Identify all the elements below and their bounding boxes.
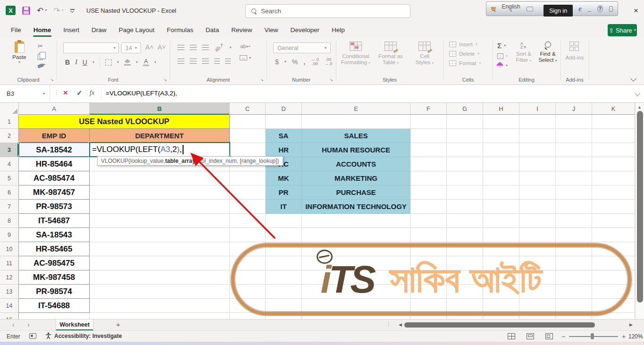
column-header-D[interactable]: D: [266, 103, 302, 115]
fill-button[interactable]: ↓▾: [497, 53, 508, 59]
conditional-formatting-button[interactable]: ConditionalFormatting ▾: [339, 42, 373, 66]
sheet-nav-left-icon[interactable]: ‹: [12, 321, 15, 328]
zoom-in-icon[interactable]: +: [622, 333, 626, 340]
cell-J2[interactable]: [556, 129, 592, 143]
cell-J9[interactable]: [556, 228, 592, 242]
cell-E6[interactable]: PURCHASE: [302, 185, 410, 200]
column-header-C[interactable]: C: [230, 103, 266, 115]
cell-K4[interactable]: [592, 157, 635, 171]
zoom-out-icon[interactable]: −: [561, 333, 565, 340]
column-header-J[interactable]: J: [556, 103, 592, 115]
cell-F9[interactable]: [410, 228, 447, 242]
wrap-text-icon[interactable]: ab↩: [240, 43, 250, 50]
select-all-corner[interactable]: [0, 103, 19, 115]
row-header-13[interactable]: 13: [0, 285, 19, 299]
cell-E1[interactable]: [302, 115, 410, 129]
cell-A12[interactable]: MK-987458: [19, 270, 90, 285]
cell-B11[interactable]: [90, 256, 230, 270]
tab-page-layout[interactable]: Page Layout: [113, 22, 161, 38]
active-cell-editor-B3[interactable]: =VLOOKUP(LEFT(A3,2),: [89, 142, 230, 157]
cell-I6[interactable]: [519, 185, 556, 200]
cell-A10[interactable]: HR-85465: [19, 242, 90, 256]
cell-J4[interactable]: [556, 157, 592, 171]
align-center-icon[interactable]: [190, 59, 197, 64]
cell-F2[interactable]: [410, 129, 447, 143]
cell-J8[interactable]: [556, 214, 592, 228]
row-header-10[interactable]: 10: [0, 242, 19, 256]
column-header-K[interactable]: K: [592, 103, 635, 115]
cell-E4[interactable]: ACCOUNTS: [302, 157, 410, 171]
cell-K1[interactable]: [592, 115, 635, 129]
cell-B12[interactable]: [90, 270, 230, 285]
namebox-resize-handle[interactable]: ⋮: [53, 89, 60, 96]
cell-E8[interactable]: [302, 214, 410, 228]
enter-icon[interactable]: ✓: [76, 89, 83, 97]
cell-F3[interactable]: [410, 143, 447, 157]
cell-I2[interactable]: [519, 129, 556, 143]
help-icon[interactable]: ?: [597, 5, 603, 12]
cell-H9[interactable]: [483, 228, 519, 242]
currency-icon[interactable]: $: [275, 58, 279, 66]
column-header-A[interactable]: A: [19, 103, 90, 115]
align-right-icon[interactable]: [202, 59, 209, 64]
tab-insert[interactable]: Insert: [57, 22, 85, 38]
delete-cells-button[interactable]: Delete▾: [449, 51, 481, 57]
keyboard-icon[interactable]: [527, 7, 533, 11]
cell-G8[interactable]: [447, 214, 483, 228]
increase-decimal-icon[interactable]: ←.0.00: [311, 58, 319, 66]
cell-C7[interactable]: [230, 200, 266, 214]
dialog-launcher-icon[interactable]: ↘: [163, 77, 167, 82]
cell-E9[interactable]: [302, 228, 410, 242]
cell-A15[interactable]: [19, 313, 90, 319]
align-top-icon[interactable]: [177, 45, 184, 50]
borders-icon[interactable]: [105, 59, 112, 66]
cell-D5[interactable]: MK: [266, 171, 302, 185]
align-bottom-icon[interactable]: [202, 45, 209, 50]
align-left-icon[interactable]: [177, 59, 184, 64]
cell-J7[interactable]: [556, 200, 592, 214]
tab-home[interactable]: Home: [27, 22, 58, 38]
cell-F5[interactable]: [410, 171, 447, 185]
cell-I4[interactable]: [519, 157, 556, 171]
collapse-ribbon-icon[interactable]: [630, 76, 636, 82]
comma-style-icon[interactable]: ,: [303, 58, 305, 66]
autosum-button[interactable]: Σ▾: [497, 42, 508, 50]
cell-F4[interactable]: [410, 157, 447, 171]
row-header-15[interactable]: 15: [0, 313, 19, 319]
row-header-8[interactable]: 8: [0, 214, 19, 228]
column-header-I[interactable]: I: [519, 103, 556, 115]
vertical-scrollbar[interactable]: ▲: [635, 103, 644, 319]
cell-J3[interactable]: [556, 143, 592, 157]
customize-qat-button[interactable]: [70, 9, 75, 12]
cell-C8[interactable]: [230, 214, 266, 228]
tab-view[interactable]: View: [258, 22, 284, 38]
name-box[interactable]: B3▾: [0, 85, 50, 102]
tab-data[interactable]: Data: [200, 22, 226, 38]
column-header-E[interactable]: E: [302, 103, 410, 115]
normal-view-icon[interactable]: [508, 333, 515, 339]
bold-icon[interactable]: B: [65, 59, 70, 66]
tab-review[interactable]: Review: [225, 22, 258, 38]
cell-J5[interactable]: [556, 171, 592, 185]
cell-D9[interactable]: [266, 228, 302, 242]
cell-F7[interactable]: [410, 200, 447, 214]
format-as-table-button[interactable]: Format asTable ▾: [374, 42, 408, 66]
sign-in-tooltip[interactable]: Sign in: [544, 5, 573, 17]
row-header-11[interactable]: 11: [0, 256, 19, 270]
cell-I9[interactable]: [519, 228, 556, 242]
row-header-1[interactable]: 1: [0, 115, 19, 129]
cell-I3[interactable]: [519, 143, 556, 157]
window-close-button[interactable]: ×: [629, 4, 643, 17]
cell-D1[interactable]: [266, 115, 302, 129]
cell-B13[interactable]: [90, 285, 230, 299]
cell-C3[interactable]: [230, 143, 266, 157]
decrease-decimal-icon[interactable]: .00→.0: [325, 58, 333, 66]
cell-B7[interactable]: [90, 200, 230, 214]
dialog-launcher-icon[interactable]: ↘: [260, 77, 264, 82]
langbar-restore-icon[interactable]: [609, 6, 613, 12]
new-sheet-icon[interactable]: +: [116, 320, 120, 328]
cell-G1[interactable]: [447, 115, 483, 129]
cell-K9[interactable]: [592, 228, 635, 242]
cell-E3[interactable]: HUMAN RESOURCE: [302, 143, 410, 157]
shrink-font-icon[interactable]: A˅: [158, 43, 166, 51]
